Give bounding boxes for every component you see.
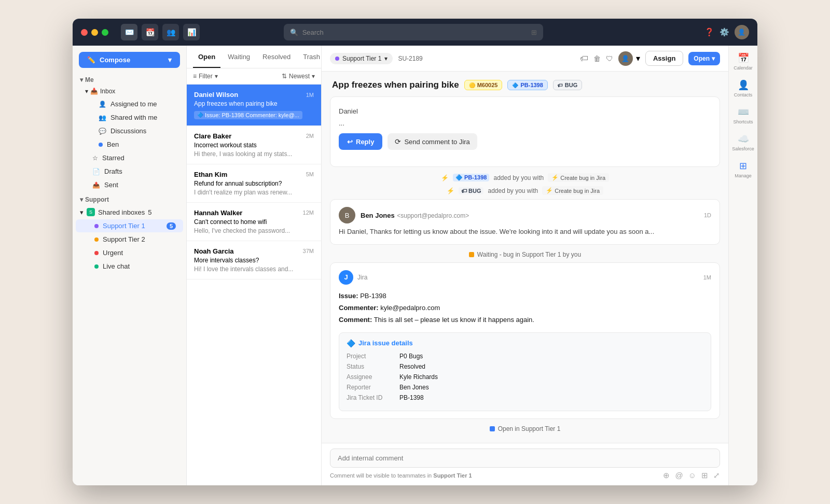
- close-button[interactable]: [81, 29, 88, 36]
- content-header: Support Tier 1 ▾ SU-2189 🏷 🗑 🛡 👤 ▾ Assig…: [322, 46, 728, 72]
- email-sender-3: Hannah Walker: [194, 209, 242, 217]
- settings-icon[interactable]: ⚙️: [720, 27, 729, 37]
- email-preview-2: I didn't realize my plan was renew...: [194, 189, 314, 196]
- filter-label: Filter: [199, 73, 213, 80]
- jira-source: Jira: [357, 274, 367, 281]
- emoji-icon[interactable]: ☺: [688, 471, 696, 480]
- user-avatar[interactable]: 👤: [735, 25, 749, 39]
- maximize-button[interactable]: [102, 29, 108, 36]
- attach-icon[interactable]: ⊞: [701, 471, 708, 480]
- title-bar: ✉️ 📆 👥 📊 🔍 Search ⊞ ❓ ⚙️ 👤: [73, 19, 757, 46]
- analytics-icon[interactable]: 📊: [183, 24, 200, 40]
- comment-input[interactable]: [330, 449, 720, 468]
- sort-button[interactable]: ⇅ Newest ▾: [282, 73, 315, 80]
- email-item-0[interactable]: Daniel Wilson 1M App freezes when pairin…: [187, 85, 321, 126]
- star-icon: ☆: [92, 155, 98, 162]
- email-item-3[interactable]: Hannah Walker 12M Can't connect to home …: [187, 203, 321, 241]
- sidebar-item-assigned-to-me[interactable]: 👤 Assigned to me: [80, 97, 183, 110]
- add-icon[interactable]: ⊕: [663, 471, 670, 480]
- conversation-title-bar: App freezes when pairing bike 🟡 M60025 🔷…: [330, 80, 720, 90]
- search-bar[interactable]: 🔍 Search ⊞: [284, 24, 543, 40]
- tag-icon[interactable]: 🏷: [580, 54, 588, 63]
- email-item-2[interactable]: Ethan Kim 5M Refund for annual subscript…: [187, 164, 321, 203]
- support-section: ▾ Support ▾ S Shared inboxes 5 Support T…: [73, 194, 186, 273]
- inbox-badge-label: Support Tier 1: [342, 55, 381, 62]
- create-bug-link-1[interactable]: ⚡ Create bug in Jira: [548, 173, 609, 182]
- assignee-caret-icon[interactable]: ▾: [636, 53, 640, 63]
- comment-visibility-text: Comment will be visible to teammates in …: [330, 472, 472, 479]
- tag-pb1398[interactable]: 🔷 PB-1398: [507, 80, 547, 90]
- me-section-header[interactable]: ▾ Me: [73, 74, 186, 86]
- jira-message: J Jira 1M Issue: PB-1398 Commenter: kyle…: [330, 262, 720, 419]
- sidebar-item-ben[interactable]: Ben: [80, 138, 183, 151]
- open-status-button[interactable]: Open ▾: [688, 52, 720, 65]
- reporter-label: Reporter: [347, 384, 393, 391]
- tag-m60025[interactable]: 🟡 M60025: [464, 80, 503, 90]
- search-icon: 🔍: [290, 29, 298, 36]
- jira-details-card: 🔷 Jira issue details Project P0 Bugs Sta…: [339, 332, 711, 411]
- lightning-icon-1: ⚡: [551, 174, 559, 181]
- shield-icon[interactable]: 🛡: [606, 54, 613, 63]
- email-item-4[interactable]: Noah Garcia 37M More intervals classes? …: [187, 241, 321, 279]
- tag-pb1398-label: PB-1398: [520, 82, 543, 88]
- tab-open[interactable]: Open: [193, 46, 220, 68]
- send-jira-button[interactable]: ⟳ Send comment to Jira: [388, 133, 477, 150]
- contacts-sidebar-icon[interactable]: 👤 Contacts: [734, 79, 753, 97]
- shared-inboxes-header[interactable]: ▾ S Shared inboxes 5: [73, 205, 186, 219]
- project-label: Project: [347, 353, 393, 360]
- sidebar-item-support-tier2[interactable]: Support Tier 2: [76, 233, 183, 246]
- tag-pb1398-icon: 🔷: [512, 82, 518, 88]
- live-chat-label: Live chat: [103, 262, 130, 270]
- thread-body: Hi Daniel, Thanks for letting us know ab…: [339, 227, 711, 237]
- shortcuts-sidebar-icon[interactable]: ⌨️ Shortcuts: [734, 106, 753, 124]
- filter-caret-icon: ▾: [215, 73, 218, 80]
- thread-avatar: B: [339, 207, 355, 223]
- manage-label: Manage: [735, 173, 752, 178]
- tag-bug[interactable]: 🏷 BUG: [553, 80, 582, 90]
- expand-icon[interactable]: ⤢: [713, 471, 720, 480]
- email-item-1[interactable]: Clare Baker 2M Incorrect workout stats H…: [187, 126, 321, 164]
- inbox-header[interactable]: ▾ 📥 Inbox: [77, 86, 186, 97]
- reporter-value: Ben Jones: [399, 384, 429, 391]
- create-bug-link-2[interactable]: ⚡ Create bug in Jira: [542, 186, 603, 195]
- assignee-value: Kyle Richards: [399, 373, 438, 381]
- sidebar-item-live-chat[interactable]: Live chat: [76, 260, 183, 273]
- email-list-tabs: Open Waiting Resolved Trash Spam: [187, 46, 321, 68]
- help-icon[interactable]: ❓: [704, 27, 714, 37]
- sidebar-item-starred[interactable]: ☆ Starred: [80, 151, 183, 164]
- filter-button[interactable]: ≡ Filter ▾: [193, 73, 218, 80]
- minimize-button[interactable]: [91, 29, 98, 36]
- tab-waiting[interactable]: Waiting: [223, 46, 255, 68]
- inbox-badge[interactable]: Support Tier 1 ▾: [330, 53, 393, 64]
- mail-icon[interactable]: ✉️: [121, 24, 137, 40]
- manage-sidebar-icon[interactable]: ⊞ Manage: [734, 160, 753, 178]
- calendar-sidebar-icon[interactable]: 📅 Calendar: [734, 52, 753, 71]
- project-value: P0 Bugs: [399, 353, 423, 360]
- calendar-app-icon[interactable]: 📆: [142, 24, 158, 40]
- tab-resolved[interactable]: Resolved: [257, 46, 296, 68]
- salesforce-sidebar-icon[interactable]: ☁️ Salesforce: [734, 133, 753, 151]
- sidebar-item-support-tier1[interactable]: Support Tier 1 5: [76, 219, 183, 232]
- traffic-lights: [81, 29, 108, 36]
- compose-button[interactable]: ✏️ Compose ▾: [79, 52, 180, 68]
- status-value: Resolved: [399, 363, 425, 370]
- sidebar-item-discussions[interactable]: 💬 Discussions: [80, 124, 183, 137]
- sent-icon: 📤: [92, 181, 100, 189]
- sidebar-item-urgent[interactable]: Urgent: [76, 246, 183, 259]
- contacts-app-icon[interactable]: 👥: [162, 24, 179, 40]
- sidebar-item-drafts[interactable]: 📄 Drafts: [80, 165, 183, 178]
- reply-button[interactable]: ↩ Reply: [339, 133, 382, 150]
- sidebar-item-shared-with-me[interactable]: 👥 Shared with me: [80, 111, 183, 124]
- assign-button[interactable]: Assign: [645, 51, 683, 66]
- comment-value: This is all set – please let us know if …: [374, 316, 534, 324]
- sidebar-item-sent[interactable]: 📤 Sent: [80, 178, 183, 191]
- jira-icon-small: 🔷: [197, 112, 203, 118]
- support-section-header[interactable]: ▾ Support: [73, 194, 186, 205]
- at-icon[interactable]: @: [675, 471, 683, 480]
- delete-icon[interactable]: 🗑: [593, 54, 601, 63]
- tier1-label: Support Tier 1: [103, 222, 145, 230]
- support-section-label: Support: [85, 196, 109, 203]
- open-badge: Open in Support Tier 1: [330, 425, 720, 432]
- jira-body: Issue: PB-1398 Commenter: kyle@pedalpro.…: [339, 290, 711, 326]
- tag-bug-label: BUG: [565, 82, 577, 88]
